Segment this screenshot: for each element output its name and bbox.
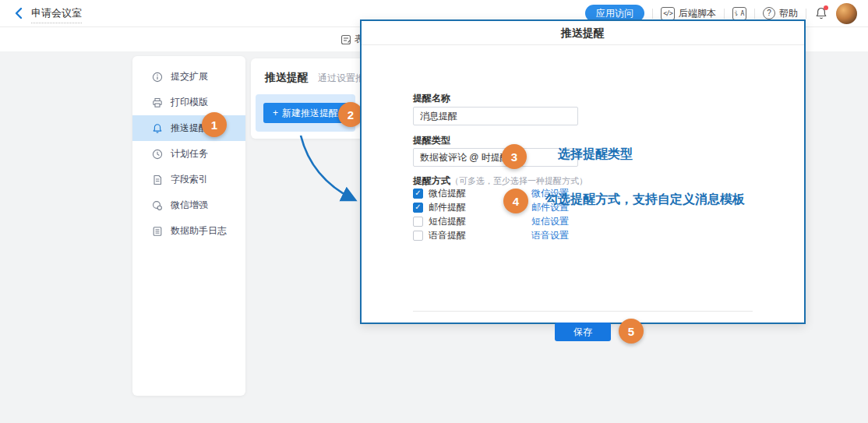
printer-icon (152, 97, 163, 108)
connector-arrow (296, 134, 363, 209)
save-button[interactable]: 保存 (555, 323, 611, 341)
help-button[interactable]: ? 帮助 (763, 7, 798, 20)
reminder-type-label: 提醒类型 (413, 134, 450, 147)
sidebar-item-label: 打印模版 (171, 96, 208, 109)
separator (806, 9, 806, 19)
user-avatar[interactable] (836, 3, 857, 24)
clock-icon (152, 149, 163, 160)
help-label: 帮助 (779, 7, 798, 20)
check-icon: ✓ (415, 189, 421, 197)
sms-settings-link[interactable]: 短信设置 (531, 215, 569, 228)
method-label: 邮件提醒 (429, 201, 480, 214)
method-label: 短信提醒 (429, 215, 480, 228)
step-badge-4: 4 (503, 189, 528, 213)
question-icon: ? (763, 7, 775, 19)
form-edit-icon (340, 34, 351, 45)
document-icon (152, 174, 163, 185)
method-label: 微信提醒 (429, 187, 480, 200)
backend-script-label: 后端脚本 (679, 7, 716, 20)
reminder-name-label: 提醒名称 (413, 92, 450, 105)
modal-title: 推送提醒 (362, 21, 804, 45)
sidebar-item-submit-extension[interactable]: 提交扩展 (132, 64, 245, 90)
sidebar-item-label: 提交扩展 (171, 70, 208, 83)
method-annotation: 勾选提醒方式，支持自定义消息模板 (545, 192, 745, 208)
separator (754, 9, 755, 19)
step-badge-1: 1 (202, 112, 227, 137)
modal-divider (413, 311, 753, 312)
new-push-reminder-label: 新建推送提醒 (282, 107, 338, 120)
sms-checkbox[interactable]: ✓ (413, 217, 423, 227)
settings-sidebar: 提交扩展 打印模版 推送提醒 计划任务 字段索引 (132, 56, 245, 396)
reminder-type-select[interactable] (413, 148, 578, 167)
translate-icon[interactable]: 讠A (732, 7, 746, 20)
bell-icon (152, 123, 163, 134)
sidebar-item-label: 计划任务 (171, 147, 208, 160)
email-checkbox[interactable]: ✓ (413, 203, 423, 213)
page-title[interactable]: 申请会议室 (31, 6, 82, 23)
sidebar-item-scheduled-task[interactable]: 计划任务 (132, 141, 245, 167)
backend-script-button[interactable]: </> 后端脚本 (661, 7, 716, 20)
code-icon: </> (661, 7, 675, 20)
plus-icon: + (273, 108, 278, 118)
method-hint: （可多选，至少选择一种提醒方式） (450, 176, 587, 185)
step-badge-5: 5 (619, 319, 644, 344)
step-badge-3: 3 (502, 144, 527, 169)
sidebar-item-push-reminder[interactable]: 推送提醒 (132, 115, 245, 141)
back-chevron-icon[interactable] (12, 6, 26, 20)
info-icon (152, 72, 163, 83)
sidebar-item-field-index[interactable]: 字段索引 (132, 167, 245, 192)
sidebar-item-wechat-enhance[interactable]: 微信增强 (132, 192, 245, 218)
sidebar-item-data-assistant-log[interactable]: 数据助手日志 (132, 218, 245, 244)
voice-settings-link[interactable]: 语音设置 (531, 229, 569, 242)
sidebar-item-label: 字段索引 (171, 173, 208, 186)
separator (652, 9, 653, 19)
tab-form-design[interactable]: 表 (340, 33, 362, 46)
reminder-name-input[interactable] (413, 107, 578, 125)
voice-checkbox[interactable]: ✓ (413, 231, 423, 241)
sidebar-item-label: 数据助手日志 (171, 224, 227, 238)
method-row-sms: ✓ 短信提醒 短信设置 (413, 214, 569, 228)
check-icon: ✓ (415, 203, 421, 211)
wechat-icon (152, 200, 163, 211)
panel-title: 推送提醒 (265, 71, 309, 85)
sidebar-item-print-template[interactable]: 打印模版 (132, 90, 245, 115)
method-label: 语音提醒 (429, 229, 480, 242)
wechat-checkbox[interactable]: ✓ (413, 189, 423, 199)
new-push-reminder-button[interactable]: + 新建推送提醒 (263, 103, 348, 123)
separator (724, 9, 725, 19)
method-row-voice: ✓ 语音提醒 语音设置 (413, 228, 569, 242)
notification-dot (824, 5, 828, 10)
sidebar-item-label: 微信增强 (171, 199, 208, 212)
push-reminder-modal: 推送提醒 提醒名称 提醒类型 3 选择提醒类型 提醒方式（可多选，至少选择一种提… (360, 19, 806, 324)
notification-bell-icon[interactable] (814, 6, 828, 20)
log-icon (152, 226, 163, 237)
type-annotation: 选择提醒类型 (558, 146, 633, 163)
